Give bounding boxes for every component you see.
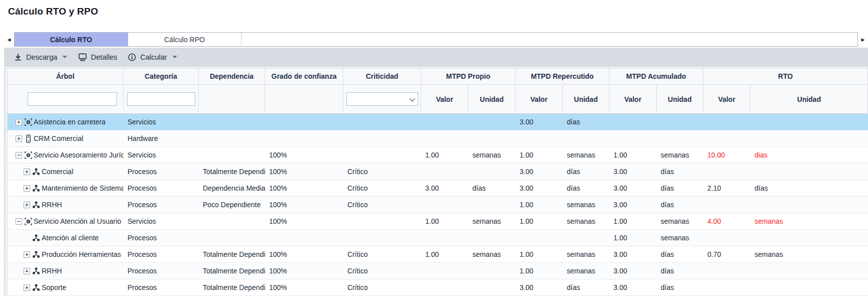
expand-toggle[interactable]: + [24,268,30,274]
cell-mtpd-acumulado-unidad: días [657,197,703,213]
col-header-rto[interactable]: RTO [703,68,868,84]
cell-rto-unidad: semanas [751,213,868,229]
tree-cell: +Mantenimiento de Sistemas [8,180,123,196]
cell-mtpd-propio-unidad [468,114,516,130]
table-row[interactable]: +CRM ComercialHardware [5,130,868,147]
tree-item-label: Producción Herramientas [42,250,121,258]
expand-toggle[interactable]: − [16,152,22,159]
cell-mtpd-acumulado-valor: 3.00 [609,246,657,262]
expand-toggle[interactable]: + [24,251,30,258]
cell-rto-valor [703,164,751,180]
subcol-valor[interactable]: Valor [703,85,751,113]
col-header-mtpd-repercutido[interactable]: MTPD Repercutido [516,68,609,84]
scroll-left-icon[interactable]: ◀ [4,32,14,47]
arbol-filter-input[interactable] [28,92,117,106]
subcol-unidad[interactable]: Unidad [751,85,868,113]
expand-toggle[interactable]: + [24,202,30,208]
cell-mtpd-acumulado-unidad: días [657,279,703,295]
tab-calculo-rpo[interactable]: Cálculo RPO [128,33,241,46]
expand-toggle[interactable]: + [16,119,22,125]
cell-mtpd-propio-unidad: semanas [468,147,516,163]
cell-grado-confianza [265,230,343,246]
col-header-criticidad[interactable]: Criticidad [343,68,421,84]
cell-dependencia: Totalmente Dependiente [199,263,265,279]
table-row[interactable]: −Servicio Atención al UsuarioServicios10… [5,213,868,230]
cell-mtpd-acumulado-unidad [657,130,703,146]
cell-mtpd-propio-unidad [468,130,516,146]
cell-criticidad [343,147,421,163]
process-icon [32,283,41,291]
subcol-unidad[interactable]: Unidad [657,85,703,113]
expand-toggle[interactable]: − [16,218,22,225]
expand-toggle[interactable]: + [24,169,30,175]
table-row[interactable]: +SoporteProcesosTotalmente Dependiente10… [5,279,868,296]
cell-grado-confianza [265,114,343,130]
subcol-valor[interactable]: Valor [609,85,657,113]
process-icon [32,250,41,258]
cell-mtpd-acumulado-valor: 3.00 [609,180,657,196]
cell-categoria: Procesos [123,230,199,246]
subcol-valor[interactable]: Valor [516,85,563,113]
cell-mtpd-acumulado-unidad: semanas [657,230,703,246]
col-header-categoria[interactable]: Categoría [123,68,199,84]
table-row[interactable]: +Asistencia en carreteraServicios3.00día… [5,114,868,130]
cell-rto-unidad: dias [751,147,868,163]
cell-mtpd-propio-unidad [468,230,516,246]
service-icon [24,151,33,160]
col-header-mtpd-propio[interactable]: MTPD Propio [421,68,516,84]
col-header-dependencia[interactable]: Dependencia [199,68,265,84]
calcular-button[interactable]: Calcular [125,51,182,63]
tree-item-label: Mantenimiento de Sistemas [42,184,123,192]
cell-mtpd-acumulado-unidad: días [657,263,703,279]
cell-mtpd-acumulado-valor: 3.00 [609,263,657,279]
chevron-down-icon [62,56,67,58]
descarga-button[interactable]: Descarga [11,51,72,63]
cell-categoria: Servicios [123,114,199,130]
tree-item-label: Soporte [42,283,66,291]
table-row[interactable]: Atención al clienteProcesos1.00semanas [5,230,868,246]
expand-toggle[interactable]: + [16,135,22,142]
subcol-valor[interactable]: Valor [421,85,468,113]
tab-filler [241,33,857,46]
expand-toggle[interactable]: + [24,185,30,192]
table-row[interactable]: +RRHHProcesosTotalmente Dependiente100%C… [5,263,868,279]
calcular-label: Calcular [140,53,167,61]
categoria-filter-input[interactable] [127,92,195,106]
table-row[interactable]: +ComercialProcesosTotalmente Dependiente… [5,164,868,180]
tab-strip: ◀ Cálculo RTO Cálculo RPO ▶ [4,32,868,47]
tab-calculo-rto[interactable]: Cálculo RTO [15,33,128,46]
cell-mtpd-propio-valor [421,114,468,130]
cell-categoria: Servicios [123,213,199,229]
cell-grado-confianza: 100% [265,279,343,295]
process-icon [32,234,41,242]
table-row[interactable]: −Servicio Asesoramiento JurídicoServicio… [5,147,868,164]
col-header-mtpd-acumulado[interactable]: MTPD Acumulado [609,68,703,84]
criticidad-filter-select[interactable] [346,92,418,106]
cell-mtpd-acumulado-valor [609,130,657,146]
scroll-right-icon[interactable]: ▶ [858,32,868,47]
cell-mtpd-repercutido-valor [516,230,563,246]
cell-grado-confianza: 100% [265,180,343,196]
table-row[interactable]: +RRHHProcesosPoco Dependiente100%Crítico… [5,197,868,213]
cell-mtpd-acumulado-valor: 3.00 [609,197,657,213]
cell-mtpd-repercutido-unidad: días [563,279,609,295]
subcol-unidad[interactable]: Unidad [468,85,516,113]
expand-toggle[interactable]: + [24,284,30,291]
cell-grado-confianza: 100% [265,147,343,163]
tree-cell: +Asistencia en carretera [8,114,123,130]
col-header-arbol[interactable]: Árbol [8,68,123,84]
cell-dependencia: Totalmente Dependiente [199,164,265,180]
cell-criticidad: Crítico [343,246,421,262]
cell-mtpd-repercutido-unidad: semanas [563,147,609,163]
cell-mtpd-acumulado-unidad: semanas [657,213,703,229]
detalles-button[interactable]: Detalles [75,51,122,63]
download-icon [14,53,22,61]
table-row[interactable]: +Mantenimiento de SistemasProcesosDepend… [5,180,868,197]
tree-cell: −Servicio Atención al Usuario [8,213,123,229]
cell-grado-confianza: 100% [265,213,343,229]
table-row[interactable]: +Producción HerramientasProcesosTotalmen… [5,246,868,263]
subcol-unidad[interactable]: Unidad [563,85,609,113]
process-icon [32,184,41,192]
tree-item-label: RRHH [42,201,62,209]
col-header-grado-confianza[interactable]: Grado de confianza [265,68,343,84]
